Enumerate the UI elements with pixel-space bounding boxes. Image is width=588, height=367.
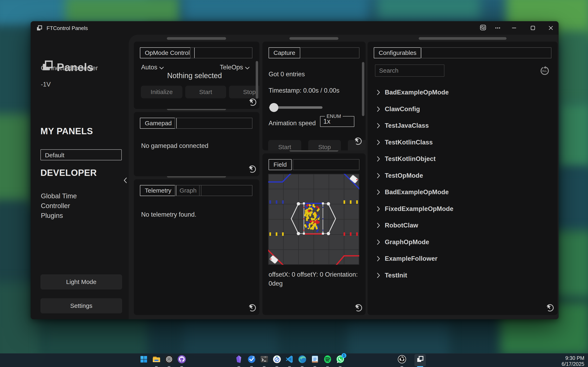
field-map[interactable] bbox=[268, 174, 359, 265]
window-more-button[interactable] bbox=[493, 24, 502, 33]
terminal-icon[interactable] bbox=[260, 355, 269, 364]
capture-scrollbar[interactable] bbox=[362, 62, 364, 116]
opmode-scrollbar[interactable] bbox=[256, 61, 258, 99]
tab-graph[interactable]: Graph bbox=[175, 185, 201, 196]
stop-button[interactable]: Stop bbox=[229, 86, 259, 98]
ftcontrol-panels-icon[interactable] bbox=[416, 355, 425, 364]
spotify-icon[interactable] bbox=[323, 355, 332, 364]
light-mode-button[interactable]: Light Mode bbox=[40, 274, 122, 290]
sidebar-collapse-icon[interactable] bbox=[124, 177, 127, 183]
tab-capture[interactable]: Capture bbox=[268, 47, 300, 58]
capture-panel-handle[interactable] bbox=[289, 37, 338, 40]
notepad-icon[interactable] bbox=[311, 355, 320, 364]
opmode-panel-handle[interactable] bbox=[167, 37, 226, 40]
telemetry-panel: Telemetry Graph No telemetry found. bbox=[134, 179, 259, 315]
window-title: FTControl Panels bbox=[47, 25, 88, 31]
tab-telemetry[interactable]: Telemetry bbox=[140, 185, 176, 196]
capture-panel: Capture Got 0 entries Timestamp: 0.00s /… bbox=[262, 42, 366, 150]
configurable-item-label: TestKotlinObject bbox=[385, 155, 436, 163]
chevron-down-icon bbox=[245, 67, 250, 69]
chevron-right-icon bbox=[377, 240, 380, 245]
configurable-item[interactable]: ClawConfig bbox=[368, 105, 558, 114]
whatsapp-badge: 1 bbox=[341, 353, 346, 358]
capture-popout-icon[interactable] bbox=[353, 136, 363, 146]
whatsapp-icon[interactable]: 1 bbox=[336, 355, 345, 364]
telemetry-empty-text: No telemetry found. bbox=[141, 211, 197, 218]
gamepad-popout-icon[interactable] bbox=[248, 164, 257, 174]
telemetry-popout-icon[interactable] bbox=[248, 303, 257, 313]
configurable-item-label: TestInit bbox=[385, 272, 407, 279]
tab-opmode-control[interactable]: OpMode Control bbox=[140, 47, 195, 58]
initialize-button[interactable]: Initialize bbox=[141, 86, 182, 98]
edge-icon[interactable] bbox=[298, 355, 307, 364]
configurable-item-label: TestKotlinClass bbox=[385, 139, 433, 146]
field-popout-icon[interactable] bbox=[354, 303, 363, 313]
inspect-window-icon[interactable] bbox=[478, 24, 488, 33]
target-app-icon[interactable] bbox=[164, 355, 173, 364]
android-studio-icon[interactable] bbox=[272, 355, 281, 364]
animation-speed-enum[interactable]: ENUM 1x bbox=[320, 113, 354, 127]
opmode-panel: OpMode Control Autos TeleOps Nothing sel… bbox=[134, 42, 259, 109]
chevron-right-icon bbox=[377, 107, 380, 112]
obs-studio-icon[interactable] bbox=[398, 355, 406, 364]
configurable-item[interactable]: TestKotlinObject bbox=[368, 154, 558, 163]
capture-stop-button[interactable]: Stop bbox=[308, 140, 341, 150]
chevron-right-icon bbox=[377, 90, 380, 95]
configurable-item-label: ExampleFollower bbox=[385, 255, 438, 262]
configurable-item[interactable]: TestKotlinClass bbox=[368, 138, 558, 147]
configurable-item[interactable]: ExampleFollower bbox=[368, 254, 558, 263]
teleops-dropdown[interactable]: TeleOps bbox=[220, 64, 250, 71]
configurable-item[interactable]: FixedExampleOpMode bbox=[368, 204, 558, 213]
capture-entries-text: Got 0 entries bbox=[268, 71, 305, 78]
vscode-icon[interactable] bbox=[285, 355, 294, 364]
close-button[interactable] bbox=[546, 24, 555, 33]
svg-text:ALL: ALL bbox=[542, 70, 547, 72]
configurables-popout-icon[interactable] bbox=[545, 303, 555, 313]
configurable-item[interactable]: BadExampleOpMode bbox=[368, 88, 558, 97]
panel-preset-default[interactable]: Default bbox=[40, 149, 122, 160]
configurable-item[interactable]: TestInit bbox=[368, 271, 558, 280]
opmode-popout-icon[interactable] bbox=[248, 98, 257, 107]
field-offset-text: offsetX: 0 offsetY: 0 Orientation: 0deg bbox=[268, 270, 362, 288]
timeline-slider-thumb[interactable] bbox=[269, 103, 278, 112]
app-logo-icon bbox=[36, 25, 43, 32]
autos-dropdown[interactable]: Autos bbox=[141, 64, 164, 71]
animation-speed-label: Animation speed bbox=[268, 120, 316, 127]
search-input[interactable] bbox=[375, 65, 444, 77]
github-desktop-icon[interactable] bbox=[177, 355, 186, 364]
gamepad-empty-text: No gamepad connected bbox=[141, 142, 208, 150]
microsoft-todo-icon[interactable] bbox=[247, 355, 256, 364]
configurable-item[interactable]: RobotClaw bbox=[368, 221, 558, 230]
tab-configurables[interactable]: Configurables bbox=[374, 47, 421, 58]
refresh-all-icon[interactable]: ALL bbox=[540, 66, 549, 75]
sidebar: Panels Connected to server -1V MY PANELS… bbox=[31, 35, 129, 319]
taskbar-clock[interactable]: 9:30 PM 6/17/2025 bbox=[562, 355, 584, 367]
tab-field[interactable]: Field bbox=[268, 159, 292, 170]
sidebar-item-controller[interactable]: Controller bbox=[41, 202, 70, 210]
configurable-item[interactable]: TestJavaClass bbox=[368, 121, 558, 130]
start-button[interactable]: Start bbox=[185, 86, 226, 98]
obsidian-icon[interactable] bbox=[234, 355, 243, 364]
windows-start-icon[interactable] bbox=[139, 355, 148, 364]
gamepad-tabbar-rest bbox=[175, 118, 252, 129]
sidebar-item-plugins[interactable]: Plugins bbox=[41, 212, 63, 219]
configurable-item-label: FixedExampleOpMode bbox=[385, 205, 453, 213]
chevron-right-icon bbox=[377, 190, 380, 195]
title-bar[interactable]: FTControl Panels bbox=[31, 21, 559, 35]
settings-button[interactable]: Settings bbox=[40, 298, 122, 313]
chevron-right-icon bbox=[377, 273, 380, 278]
configurable-item-label: ClawConfig bbox=[385, 106, 420, 113]
configurable-item[interactable]: BadExampleOpMode bbox=[368, 188, 558, 197]
taskbar: 1 9:30 PM 6/17/2025 bbox=[0, 353, 588, 367]
tab-gamepad[interactable]: Gamepad bbox=[140, 118, 177, 129]
file-explorer-icon[interactable] bbox=[152, 355, 161, 364]
minimize-button[interactable] bbox=[509, 24, 519, 33]
configurable-item[interactable]: GraphOpMode bbox=[368, 238, 558, 247]
maximize-button[interactable] bbox=[528, 24, 537, 33]
capture-play-button[interactable]: Start bbox=[268, 140, 301, 150]
sidebar-item-global-time[interactable]: Global Time bbox=[41, 192, 77, 200]
timeline-slider[interactable] bbox=[269, 106, 322, 109]
telemetry-tabbar-rest bbox=[199, 185, 252, 196]
configurables-panel-handle[interactable] bbox=[419, 37, 507, 40]
configurable-item[interactable]: TestOpMode bbox=[368, 171, 558, 180]
